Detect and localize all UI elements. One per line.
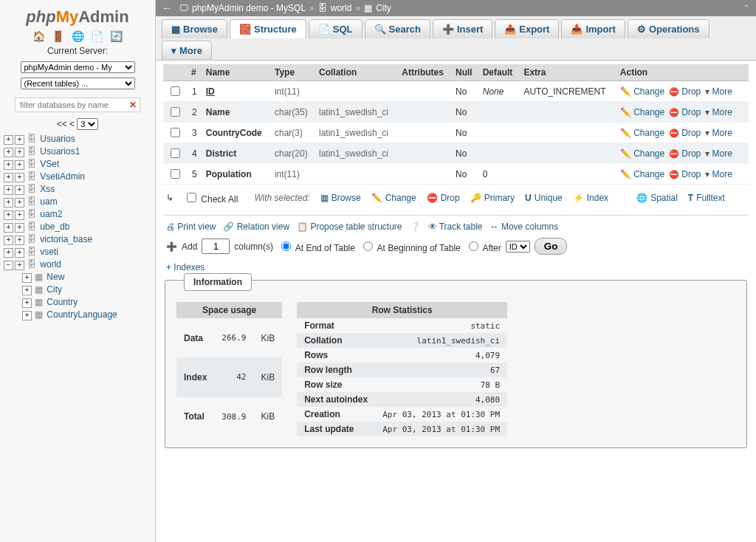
toggle-icon[interactable]: + — [22, 273, 32, 283]
ws-change[interactable]: ✏️ Change — [371, 193, 416, 203]
ws-fulltext[interactable]: T Fulltext — [688, 193, 725, 203]
drop-link[interactable]: Drop — [669, 128, 701, 138]
opt-end[interactable]: At End of Table — [278, 239, 355, 253]
ws-spatial[interactable]: 🌐 Spatial — [636, 193, 678, 203]
tab-import[interactable]: 📥Import — [561, 19, 625, 38]
docs-icon[interactable]: 📄 — [91, 30, 103, 42]
print-view-link[interactable]: 🖨 Print view — [166, 222, 216, 232]
toggle-indexes[interactable]: + Indexes — [166, 262, 746, 272]
toggle-icon[interactable]: + — [4, 223, 13, 233]
expand-icon[interactable]: + — [15, 148, 24, 157]
tab-insert[interactable]: ➕Insert — [433, 19, 492, 38]
more-link[interactable]: More — [705, 86, 732, 97]
toggle-icon[interactable]: − — [4, 261, 13, 270]
go-button[interactable]: Go — [535, 238, 568, 255]
db-item-vsetiadmin[interactable]: ++🗄 VsetiAdmin — [4, 171, 151, 183]
change-link[interactable]: Change — [620, 128, 664, 138]
db-item-uam[interactable]: ++🗄 uam — [4, 196, 151, 208]
tab-search[interactable]: 🔍Search — [365, 19, 430, 38]
breadcrumb-server[interactable]: phpMyAdmin demo - MySQL — [192, 3, 306, 13]
db-item-usuarios[interactable]: ++🗄 Usuarios — [4, 133, 151, 145]
check-all[interactable]: Check All — [184, 191, 238, 205]
toggle-icon[interactable]: + — [4, 236, 13, 245]
move-columns-link[interactable]: ↔ Move columns — [490, 222, 559, 232]
change-link[interactable]: Change — [620, 107, 664, 117]
db-item-uam2[interactable]: ++🗄 uam2 — [4, 208, 151, 221]
table-item-countrylanguage[interactable]: +▦ CountryLanguage — [22, 309, 151, 321]
toggle-icon[interactable]: + — [4, 160, 13, 170]
db-item-victoria_base[interactable]: ++🗄 victoria_base — [4, 233, 151, 246]
home-icon[interactable]: 🏠 — [32, 30, 45, 42]
expand-icon[interactable]: + — [15, 223, 24, 233]
more-link[interactable]: More — [705, 107, 732, 117]
row-checkbox[interactable] — [171, 148, 180, 158]
db-item-vset[interactable]: ++🗄 VSet — [4, 158, 151, 171]
row-checkbox[interactable] — [171, 86, 180, 96]
relation-view-link[interactable]: 🔗 Relation view — [223, 222, 289, 232]
toggle-icon[interactable]: + — [22, 298, 32, 308]
toggle-icon[interactable]: + — [4, 173, 13, 182]
tab-structure[interactable]: 🧱Structure — [230, 19, 306, 38]
more-link[interactable]: More — [705, 148, 732, 159]
after-field-select[interactable]: ID — [506, 241, 530, 253]
table-item-city[interactable]: +▦ City — [22, 284, 151, 296]
breadcrumb-table[interactable]: City — [376, 3, 391, 13]
server-select[interactable]: phpMyAdmin demo - My — [21, 61, 135, 73]
globe-icon[interactable]: 🌐 — [72, 30, 84, 42]
change-link[interactable]: Change — [620, 86, 664, 97]
row-checkbox[interactable] — [171, 128, 180, 137]
db-item-xss[interactable]: ++🗄 Xss — [4, 183, 151, 196]
opt-after[interactable]: After — [465, 239, 501, 253]
toggle-icon[interactable]: + — [4, 148, 13, 157]
toggle-icon[interactable]: + — [22, 311, 32, 320]
opt-begin[interactable]: At Beginning of Table — [360, 239, 461, 253]
ws-drop[interactable]: ⛔ Drop — [427, 193, 460, 203]
more-link[interactable]: More — [705, 169, 732, 179]
filter-input[interactable] — [18, 100, 129, 110]
tab-sql[interactable]: 📄SQL — [309, 19, 362, 38]
ws-browse[interactable]: ▦ Browse — [320, 193, 361, 203]
drop-link[interactable]: Drop — [669, 86, 701, 97]
expand-icon[interactable]: + — [15, 210, 24, 220]
toggle-icon[interactable]: + — [4, 210, 13, 220]
recent-tables-select[interactable]: (Recent tables) ... — [21, 78, 135, 89]
db-item-world[interactable]: −+🗄 world — [4, 258, 151, 271]
expand-icon[interactable]: + — [15, 160, 24, 170]
toggle-icon[interactable]: + — [4, 248, 13, 258]
tab-export[interactable]: 📤Export — [495, 19, 559, 38]
db-item-usuarios1[interactable]: ++🗄 Usuarios1 — [4, 145, 151, 158]
expand-icon[interactable]: + — [15, 236, 24, 245]
add-count-input[interactable] — [202, 239, 230, 254]
db-item-vseti[interactable]: ++🗄 vseti — [4, 246, 151, 258]
expand-icon[interactable]: + — [15, 261, 24, 270]
ws-index[interactable]: ⚡ Index — [573, 193, 608, 203]
back-icon[interactable]: ← — [162, 2, 172, 14]
table-item-country[interactable]: +▦ Country — [22, 296, 151, 309]
db-item-ube_db[interactable]: ++🗄 ube_db — [4, 221, 151, 233]
tab-operations[interactable]: ⚙Operations — [628, 19, 709, 38]
reload-icon[interactable]: 🔄 — [110, 30, 123, 42]
expand-icon[interactable]: + — [15, 185, 24, 195]
drop-link[interactable]: Drop — [669, 107, 701, 117]
row-checkbox[interactable] — [171, 107, 180, 117]
tab-browse[interactable]: ▦Browse — [162, 19, 227, 38]
row-checkbox[interactable] — [171, 169, 180, 179]
propose-structure-link[interactable]: 📋 Propose table structure — [297, 222, 402, 232]
change-link[interactable]: Change — [620, 169, 664, 179]
drop-link[interactable]: Drop — [669, 169, 701, 179]
pager-prev[interactable]: << < — [57, 119, 75, 129]
tab-more[interactable]: ▾More — [162, 41, 212, 60]
expand-icon[interactable]: + — [15, 173, 24, 182]
ws-unique[interactable]: U Unique — [525, 193, 563, 203]
expand-icon[interactable]: + — [15, 198, 24, 207]
more-link[interactable]: More — [705, 128, 732, 138]
expand-icon[interactable]: + — [15, 135, 24, 145]
collapse-icon[interactable]: ⌃ — [743, 3, 750, 13]
drop-link[interactable]: Drop — [669, 148, 701, 159]
help-icon[interactable]: ❔ — [410, 222, 421, 232]
toggle-icon[interactable]: + — [4, 185, 13, 195]
track-table-link[interactable]: 👁 Track table — [428, 222, 483, 232]
pager-page-select[interactable]: 3 — [77, 118, 98, 130]
breadcrumb-db[interactable]: world — [331, 3, 352, 13]
clear-filter-icon[interactable]: ✕ — [129, 100, 137, 110]
